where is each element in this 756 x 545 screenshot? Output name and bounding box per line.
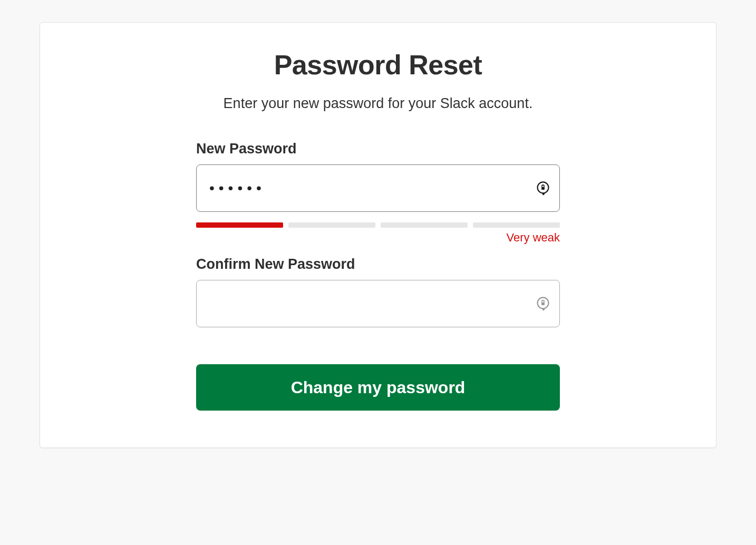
confirm-password-input[interactable]: [196, 280, 560, 327]
strength-segment-3: [381, 222, 468, 228]
strength-segment-1: [196, 222, 283, 228]
strength-segment-2: [288, 222, 375, 228]
new-password-input[interactable]: [196, 164, 560, 212]
password-strength-meter: [196, 222, 560, 228]
strength-segment-4: [473, 222, 560, 228]
change-password-button[interactable]: Change my password: [196, 364, 560, 411]
page-subtitle: Enter your new password for your Slack a…: [196, 95, 560, 112]
confirm-password-label: Confirm New Password: [196, 256, 560, 272]
page-title: Password Reset: [196, 49, 560, 81]
password-reset-card: Password Reset Enter your new password f…: [40, 22, 716, 448]
new-password-wrap: [196, 164, 560, 212]
password-strength-label: Very weak: [196, 231, 560, 245]
confirm-password-wrap: [196, 280, 560, 327]
new-password-label: New Password: [196, 141, 560, 157]
